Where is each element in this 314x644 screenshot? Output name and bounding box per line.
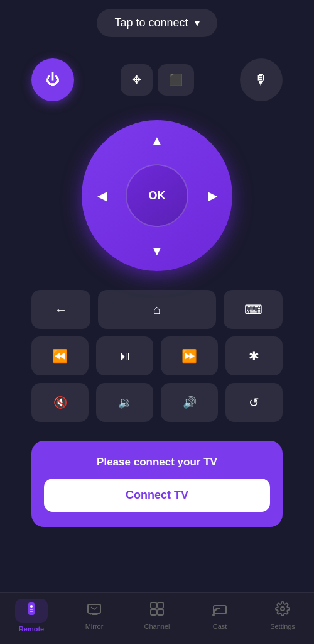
vol-down-icon: 🔉: [118, 396, 132, 409]
button-rows: ← ⌂ ⌨ ⏪ ⏯ ⏩ ✱: [31, 290, 283, 422]
connect-tv-button[interactable]: Connect TV: [44, 479, 270, 512]
screen-button[interactable]: ⬛: [158, 64, 194, 96]
nav-item-channel[interactable]: Channel: [126, 601, 188, 630]
screen-icon: ⬛: [169, 73, 183, 87]
cast-nav-label: Cast: [213, 623, 227, 630]
dpad-up-button[interactable]: ▲: [144, 128, 170, 153]
row-2: ⏪ ⏯ ⏩ ✱: [31, 336, 283, 375]
power-button[interactable]: ⏻: [31, 58, 74, 101]
dpad-right-button[interactable]: ▶: [200, 183, 225, 208]
svg-rect-8: [158, 609, 163, 615]
play-pause-icon: ⏯: [119, 349, 131, 364]
mirror-nav-icon: [87, 601, 102, 620]
home-icon: ⌂: [153, 303, 161, 317]
remote-nav-icon: [24, 601, 39, 620]
keyboard-icon: ⌨: [244, 302, 263, 317]
svg-point-11: [281, 607, 284, 611]
svg-rect-5: [151, 602, 156, 608]
replay-icon: ↺: [249, 395, 259, 410]
back-icon: ←: [55, 303, 67, 317]
mic-button[interactable]: 🎙: [240, 58, 283, 101]
mute-icon: 🔇: [53, 396, 67, 409]
up-arrow-icon: ▲: [151, 133, 163, 148]
replay-button[interactable]: ↺: [225, 383, 283, 422]
channel-nav-icon: [149, 601, 165, 620]
ok-button[interactable]: OK: [126, 164, 188, 227]
right-arrow-icon: ▶: [208, 188, 217, 203]
cast-nav-icon: [212, 601, 227, 620]
move-icon: ✥: [132, 73, 141, 87]
vol-up-icon: 🔊: [183, 396, 197, 409]
settings-nav-icon: [275, 601, 290, 620]
svg-rect-3: [30, 611, 33, 612]
vol-up-button[interactable]: 🔊: [161, 383, 218, 422]
keyboard-button[interactable]: ⌨: [224, 290, 283, 329]
connect-label: Tap to connect: [114, 16, 188, 30]
mirror-nav-label: Mirror: [85, 623, 104, 630]
nav-active-bg: [15, 599, 48, 623]
bottom-nav: Remote Mirror Channel: [0, 592, 314, 644]
connect-pill[interactable]: Tap to connect ▾: [97, 9, 217, 37]
row-1: ← ⌂ ⌨: [31, 290, 283, 329]
top-controls-row: ⏻ ✥ ⬛ 🎙: [31, 58, 283, 101]
svg-rect-4: [88, 604, 100, 613]
top-bar: Tap to connect ▾: [0, 0, 314, 46]
play-pause-button[interactable]: ⏯: [96, 336, 153, 375]
asterisk-button[interactable]: ✱: [225, 336, 283, 375]
channel-nav-label: Channel: [144, 623, 170, 630]
svg-point-10: [213, 614, 214, 616]
back-button[interactable]: ←: [31, 290, 90, 329]
asterisk-icon: ✱: [249, 348, 259, 364]
middle-controls: ✥ ⬛: [121, 64, 194, 96]
dpad-outer: ▲ ◀ OK ▶ ▼: [82, 120, 232, 271]
ok-label: OK: [149, 189, 166, 203]
rewind-icon: ⏪: [52, 348, 68, 364]
fast-forward-icon: ⏩: [181, 348, 197, 364]
svg-point-1: [30, 605, 33, 608]
power-icon: ⏻: [46, 72, 60, 88]
vol-down-button[interactable]: 🔉: [96, 383, 153, 422]
connect-tv-section: Please connect your TV Connect TV: [31, 441, 283, 527]
nav-item-remote[interactable]: Remote: [0, 599, 63, 633]
nav-item-settings[interactable]: Settings: [251, 601, 314, 630]
mic-icon: 🎙: [254, 72, 268, 88]
dpad-left-button[interactable]: ◀: [89, 183, 114, 208]
svg-rect-6: [158, 602, 163, 608]
svg-rect-7: [151, 609, 156, 615]
dpad-container: ▲ ◀ OK ▶ ▼: [82, 120, 232, 271]
left-arrow-icon: ◀: [97, 188, 107, 203]
svg-rect-2: [30, 609, 33, 610]
nav-item-cast[interactable]: Cast: [188, 601, 251, 630]
settings-nav-label: Settings: [270, 623, 295, 630]
home-button[interactable]: ⌂: [98, 290, 216, 329]
connect-tv-message: Please connect your TV: [97, 456, 217, 469]
down-arrow-icon: ▼: [151, 244, 163, 258]
nav-item-mirror[interactable]: Mirror: [63, 601, 126, 630]
dpad-down-button[interactable]: ▼: [144, 238, 170, 264]
remote-area: ⏻ ✥ ⬛ 🎙 ▲ ◀ OK ▶: [0, 46, 314, 560]
chevron-down-icon: ▾: [195, 17, 200, 29]
row-3: 🔇 🔉 🔊 ↺: [31, 383, 283, 422]
fast-forward-button[interactable]: ⏩: [161, 336, 218, 375]
move-button[interactable]: ✥: [121, 64, 153, 96]
rewind-button[interactable]: ⏪: [31, 336, 89, 375]
remote-nav-label: Remote: [19, 625, 44, 633]
mute-button[interactable]: 🔇: [31, 383, 89, 422]
